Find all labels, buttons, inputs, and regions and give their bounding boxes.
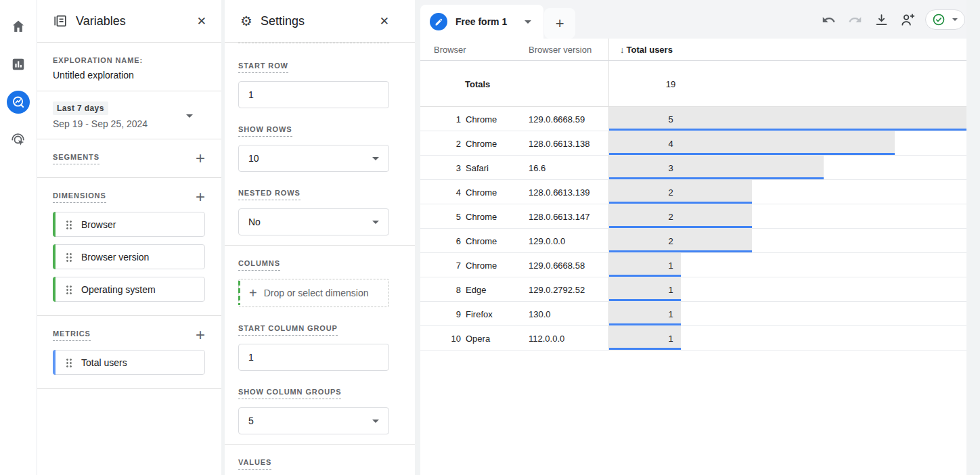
- redo-icon[interactable]: [846, 11, 864, 28]
- metric-chip-label: Total users: [81, 357, 127, 368]
- row-value: 4: [660, 138, 682, 148]
- undo-icon[interactable]: [820, 11, 837, 28]
- drag-handle-icon[interactable]: [66, 358, 72, 367]
- rows-settings-section: START ROW SHOW ROWS 10 NESTED ROWS No: [225, 45, 415, 246]
- show-rows-select[interactable]: 10: [238, 145, 389, 172]
- add-segment-button[interactable]: +: [196, 152, 205, 165]
- dimension-chip[interactable]: Browser: [53, 212, 205, 237]
- row-rank: 4: [434, 187, 461, 197]
- start-column-group-input[interactable]: [238, 344, 389, 371]
- show-column-groups-value: 5: [248, 415, 254, 426]
- table-row[interactable]: 5Chrome128.0.6613.1472: [420, 204, 966, 229]
- start-row-input[interactable]: [238, 81, 389, 108]
- explore-icon[interactable]: [7, 91, 30, 114]
- totals-value-cell: 19: [608, 61, 966, 106]
- row-browser-version: 129.0.6668.58: [529, 260, 585, 270]
- table-row[interactable]: 4Chrome128.0.6613.1392: [420, 180, 966, 204]
- table-row[interactable]: 9Firefox130.01: [420, 302, 966, 326]
- chevron-down-icon[interactable]: [186, 114, 193, 118]
- row-rank: 10: [434, 333, 461, 343]
- settings-panel: ⚙ Settings ✕ START ROW SHOW ROWS 10 NEST…: [225, 0, 415, 475]
- table-row[interactable]: 3Safari16.63: [420, 156, 966, 180]
- table-body: 1Chrome129.0.6668.5952Chrome128.0.6613.1…: [420, 107, 966, 350]
- dimension-chip[interactable]: Operating system: [53, 277, 205, 302]
- exploration-name-value[interactable]: Untitled exploration: [53, 70, 205, 81]
- row-rank: 8: [434, 284, 461, 294]
- show-column-groups-select[interactable]: 5: [238, 407, 389, 434]
- add-dimension-button[interactable]: +: [196, 190, 205, 204]
- date-preset-chip[interactable]: Last 7 days: [53, 101, 108, 115]
- table-row[interactable]: 2Chrome128.0.6613.1384: [420, 131, 966, 156]
- drag-handle-icon[interactable]: [66, 252, 72, 262]
- values-label: VALUES: [238, 458, 271, 470]
- start-column-group-label: START COLUMN GROUP: [238, 324, 338, 336]
- table-row[interactable]: 6Chrome129.0.0.02: [420, 229, 966, 253]
- tab-label: Free form 1: [455, 16, 507, 27]
- home-icon[interactable]: [7, 15, 30, 38]
- row-value: 1: [660, 260, 682, 270]
- row-value-cell: 2: [608, 229, 966, 252]
- totals-label: Totals: [465, 78, 490, 89]
- row-rank: 6: [434, 235, 461, 246]
- table-row[interactable]: 7Chrome129.0.6668.581: [420, 253, 966, 277]
- metric-chip-list: Total users: [53, 342, 205, 388]
- row-browser-version: 128.0.6613.147: [529, 211, 589, 221]
- gear-icon: ⚙: [240, 14, 252, 28]
- column-header-total-users-label: Total users: [627, 45, 673, 55]
- row-browser: Chrome: [466, 235, 497, 246]
- dimension-chip-label: Operating system: [81, 284, 156, 295]
- dimensions-section: DIMENSIONS + Browser Browser version Ope…: [37, 178, 221, 316]
- freeform-table-card: Browser Browser version ↓ Total users To…: [420, 39, 966, 475]
- chevron-down-icon[interactable]: [525, 20, 531, 24]
- drag-handle-icon[interactable]: [66, 285, 72, 294]
- new-tab-button[interactable]: +: [544, 8, 575, 39]
- close-icon[interactable]: ✕: [197, 16, 206, 27]
- row-value: 1: [660, 309, 682, 319]
- row-rank: 9: [434, 309, 461, 319]
- start-row-label: START ROW: [238, 62, 288, 73]
- metric-chip[interactable]: Total users: [53, 350, 205, 375]
- values-settings-section: VALUES Total users + Drop or select metr…: [225, 445, 415, 475]
- advertising-icon[interactable]: [7, 129, 30, 152]
- download-icon[interactable]: [872, 11, 890, 28]
- row-browser-version: 129.0.0.0: [529, 235, 565, 246]
- totals-value: 19: [660, 78, 682, 89]
- show-rows-label: SHOW ROWS: [238, 125, 292, 137]
- settings-panel-title: Settings: [261, 14, 372, 28]
- date-range-section[interactable]: Last 7 days Sep 19 - Sep 25, 2024: [37, 91, 221, 139]
- row-browser-version: 129.0.6668.59: [529, 114, 585, 124]
- nested-rows-select[interactable]: No: [238, 208, 389, 235]
- table-row[interactable]: 1Chrome129.0.6668.595: [420, 107, 966, 131]
- variables-icon: [53, 14, 68, 28]
- row-value-cell: 1: [608, 253, 966, 277]
- status-ok-button[interactable]: [925, 9, 965, 30]
- app-nav-rail: [0, 0, 37, 475]
- reports-icon[interactable]: [7, 53, 30, 76]
- table-row[interactable]: 8Edge129.0.2792.521: [420, 277, 966, 302]
- column-header-browser-version[interactable]: Browser version: [529, 45, 592, 55]
- row-value-cell: 1: [608, 277, 966, 301]
- dimension-chip[interactable]: Browser version: [53, 244, 205, 269]
- row-rank: 5: [434, 211, 461, 221]
- row-browser: Chrome: [466, 114, 497, 124]
- drag-handle-icon[interactable]: [66, 220, 72, 229]
- row-value-cell: 1: [608, 326, 966, 350]
- share-users-icon[interactable]: [899, 11, 916, 28]
- row-value-cell: 5: [608, 107, 966, 131]
- variables-panel: Variables ✕ EXPLORATION NAME: Untitled e…: [37, 0, 221, 475]
- chevron-down-icon: [372, 157, 379, 160]
- show-column-groups-label: SHOW COLUMN GROUPS: [238, 388, 341, 399]
- add-metric-button[interactable]: +: [196, 328, 205, 342]
- row-value-cell: 2: [608, 180, 966, 204]
- column-header-browser[interactable]: Browser: [434, 45, 466, 55]
- tab-free-form-1[interactable]: Free form 1: [420, 5, 543, 39]
- columns-dropzone[interactable]: + Drop or select dimension: [238, 279, 389, 307]
- column-header-total-users[interactable]: ↓ Total users: [608, 39, 966, 60]
- exploration-name-label: EXPLORATION NAME:: [53, 56, 205, 64]
- metrics-section: METRICS + Total users: [37, 316, 221, 389]
- close-icon[interactable]: ✕: [380, 16, 389, 27]
- segments-label: SEGMENTS: [53, 153, 99, 164]
- table-row[interactable]: 10Opera112.0.0.01: [420, 326, 966, 350]
- row-rank: 1: [434, 114, 461, 124]
- row-browser-version: 16.6: [529, 162, 545, 173]
